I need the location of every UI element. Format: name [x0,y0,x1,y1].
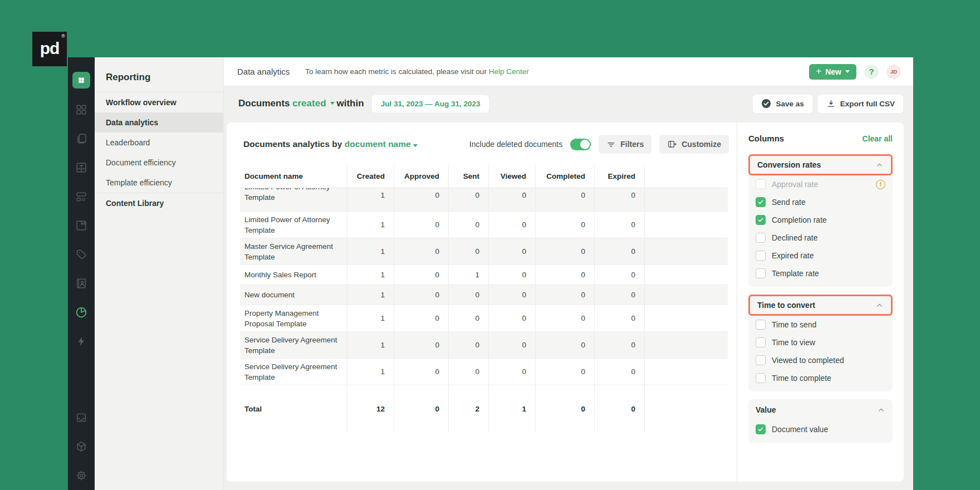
addons-icon[interactable] [68,432,95,461]
checkbox[interactable] [756,197,766,207]
documents-icon[interactable] [68,124,95,153]
table-row: Limited Power of Attorney Template100000 [240,188,728,212]
document-name-cell: Service Delivery Agreement Template [240,359,347,385]
column-option-completion-rate: Completion rate [748,211,893,229]
page-canvas: pd ® Reporting Workflow overviewData ana… [0,0,980,490]
checkbox[interactable] [756,373,766,383]
section-header-conversion-rates[interactable]: Conversion rates [748,154,893,175]
value-cell: 0 [535,285,594,305]
column-option-document-value: Document value [748,420,893,438]
help-button[interactable]: ? [864,65,879,79]
sidebar-title: Reporting [95,66,223,92]
total-value-cell: 0 [535,385,594,432]
column-option-template-rate: Template rate [748,264,893,282]
group-by-dropdown[interactable]: document name [345,139,411,149]
checkbox[interactable] [756,337,766,347]
apps-icon[interactable] [72,72,90,89]
templates-icon[interactable] [68,153,95,182]
value-cell: 0 [488,359,535,385]
value-cell: 0 [394,212,448,238]
content-library-icon[interactable] [68,211,95,240]
total-value-cell: 0 [394,385,448,432]
total-value-cell: 12 [347,385,394,432]
logo-text: pd [40,39,60,58]
checkbox[interactable] [756,215,766,225]
dashboard-icon[interactable] [68,95,95,124]
analytics-card: Documents analytics by document name Inc… [227,122,904,482]
value-cell: 0 [448,212,488,238]
value-cell: 0 [535,332,594,358]
include-deleted-toggle[interactable] [570,139,591,150]
inbox-icon[interactable] [68,403,95,432]
page-title: Data analytics [237,67,290,76]
chevron-down-icon [413,144,418,147]
new-button[interactable]: + New [809,64,856,80]
contacts-icon[interactable] [68,269,95,298]
sidebar-item-document-efficiency[interactable]: Document efficiency [95,153,223,173]
chevron-up-icon [877,406,885,414]
columns-panel: Columns Clear all Conversion ratesApprov… [737,122,904,482]
checkbox[interactable] [756,251,766,261]
mode-dropdown[interactable]: created [292,98,326,109]
checkbox-label: Approval rate [772,180,818,189]
value-cell: 0 [394,305,448,331]
column-header: Created [347,165,394,188]
forms-icon[interactable] [68,182,95,211]
sidebar-item-leaderboard[interactable]: Leaderboard [95,133,223,153]
checkbox[interactable] [756,268,766,278]
value-cell: 1 [347,238,394,264]
column-option-expired-rate: Expired rate [748,247,893,264]
helper-text: To learn how each metric is calculated, … [305,67,528,76]
value-cell: 0 [488,305,535,331]
automations-icon[interactable] [68,327,95,356]
value-cell: 1 [347,285,394,305]
reporting-sidebar: Reporting Workflow overviewData analytic… [95,57,224,490]
warning-icon: ! [876,180,885,189]
clear-all-link[interactable]: Clear all [863,134,893,143]
column-option-declined-rate: Declined rate [748,229,893,247]
filters-button[interactable]: Filters [599,135,651,154]
value-cell: 1 [347,332,394,358]
customize-button[interactable]: Customize [659,135,729,154]
checkbox[interactable] [756,424,766,434]
value-cell: 1 [347,212,394,238]
date-range-picker[interactable]: Jul 31, 2023 — Aug 31, 2023 [372,95,489,112]
catalog-icon[interactable] [68,240,95,269]
save-as-button[interactable]: Save as [753,95,812,113]
column-option-approval-rate: Approval rate! [748,175,893,193]
table-row: New document100000 [240,285,728,305]
chevron-up-icon [875,301,884,310]
checkbox[interactable] [756,355,766,365]
check-circle-icon [761,99,771,109]
checkbox-label: Completion rate [772,215,827,224]
sidebar-item-template-efficiency[interactable]: Template efficiency [95,173,223,193]
checkbox-label: Viewed to completed [772,356,844,365]
main-area: Data analytics To learn how each metric … [224,57,913,490]
avatar[interactable]: JD [886,65,901,79]
sidebar-item-workflow-overview[interactable]: Workflow overview [95,92,223,112]
section-header-value[interactable]: Value [748,399,893,420]
value-cell: 0 [535,212,594,238]
checkbox-label: Document value [772,425,828,434]
sidebar-item-content-library[interactable]: Content Library [95,193,223,213]
reports-icon[interactable] [68,298,95,327]
value-cell: 0 [488,332,535,358]
checkbox[interactable] [756,233,766,243]
checkbox-label: Template rate [772,269,819,278]
settings-icon[interactable] [68,461,95,490]
value-cell: 0 [594,188,644,211]
total-row: Total1202100 [240,385,728,432]
section-header-time-to-convert[interactable]: Time to convert [748,295,893,316]
table-header-row: Document nameCreatedApprovedSentViewedCo… [240,165,728,188]
value-cell: 0 [594,212,644,238]
column-header: Document name [240,165,347,188]
sidebar-item-data-analytics[interactable]: Data analytics [95,112,223,133]
value-cell: 0 [394,332,448,358]
value-cell: 0 [448,188,488,211]
document-name-cell: Monthly Sales Report [240,265,347,285]
value-cell: 0 [394,285,448,305]
checkbox[interactable] [756,320,766,330]
help-center-link[interactable]: Help Center [489,67,529,76]
value-cell: 0 [594,265,644,285]
export-csv-button[interactable]: Export full CSV [818,95,903,113]
